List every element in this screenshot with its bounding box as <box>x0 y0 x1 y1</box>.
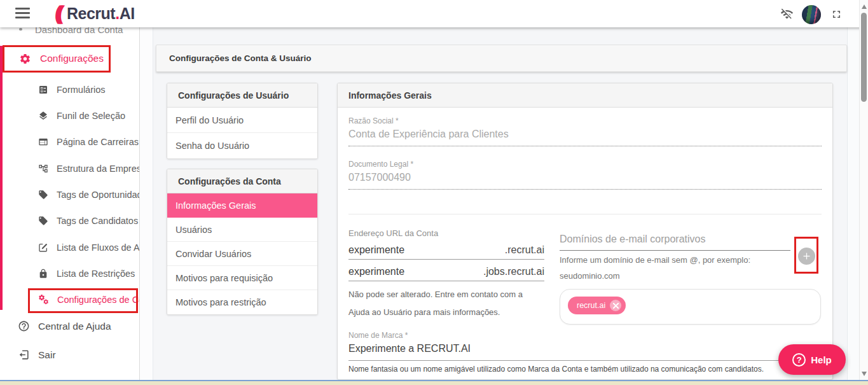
scroll-up-arrow-icon[interactable] <box>862 4 867 9</box>
top-app-bar: ((( Recrut.AI <box>0 0 868 27</box>
sitemap-icon <box>38 164 48 174</box>
sidebar-item-lista-de-fluxos[interactable]: Lista de Fluxos de Aprovaç <box>0 234 140 260</box>
sidebar-item-central-de-ajuda[interactable]: Central de Ajuda <box>0 313 140 339</box>
domain-chip: recrut.ai <box>568 297 626 314</box>
site-url-suffix: .recrut.ai <box>505 244 544 256</box>
gears-icon <box>38 294 49 305</box>
sidebar-item-estrutura-da-empresa[interactable]: Estrutura da Empresa <box>0 155 140 181</box>
user-settings-title: Configurações de Usuário <box>167 83 317 108</box>
logo-arcs-icon: ((( <box>53 3 60 24</box>
content-gutter-right <box>848 27 859 380</box>
lock-icon <box>38 269 48 279</box>
email-domain-helper: Informe um domínio de e-mail sem @, por … <box>560 252 769 284</box>
nav-item-informacoes-gerais[interactable]: Informações Gerais <box>167 193 317 218</box>
scroll-down-arrow-icon[interactable] <box>862 372 867 376</box>
account-url-section: Endereço URL da Conta experimente .recru… <box>348 226 544 325</box>
nav-item-senha-do-usuario[interactable]: Senha do Usuário <box>167 133 317 158</box>
question-mark-icon: ? <box>792 353 806 367</box>
fullscreen-icon[interactable] <box>830 8 843 23</box>
account-settings-card: Configurações da Conta Informações Gerai… <box>167 169 318 315</box>
layers-icon <box>38 111 48 121</box>
content-border-left <box>153 27 153 380</box>
razao-social-field: Razão Social * Conta de Experiência para… <box>348 116 822 146</box>
bottom-edge-strip <box>0 380 868 385</box>
url-readonly-note: Não pode ser alterado. Entre em contato … <box>348 286 543 321</box>
web-page-icon <box>38 137 48 147</box>
tag-icon <box>38 216 48 226</box>
help-button-label: Help <box>811 354 832 365</box>
documento-legal-field: Documento Legal * 07157000490 <box>348 160 822 190</box>
nav-item-motivos-para-requisicao[interactable]: Motivos para requisição <box>167 266 317 290</box>
site-url-subdomain: experimente <box>348 244 404 256</box>
sidebar-item-configuracoes[interactable]: Configurações <box>0 45 140 72</box>
nav-item-convidar-usuarios[interactable]: Convidar Usuários <box>167 242 317 266</box>
nav-item-usuarios[interactable]: Usuários <box>167 218 317 242</box>
sidebar-item-formularios[interactable]: Formulários <box>0 76 140 102</box>
jobs-url-subdomain: experimente <box>348 266 404 277</box>
sidebar-item-funil-de-selecao[interactable]: Funil de Seleção <box>0 102 140 129</box>
nav-item-perfil-do-usuario[interactable]: Perfil do Usuário <box>167 108 317 133</box>
logout-icon <box>18 349 30 361</box>
add-domain-button[interactable] <box>798 248 815 265</box>
section-divider <box>348 214 822 214</box>
scrollbar-thumb[interactable] <box>861 13 867 102</box>
sidebar: Dashboard da Conta Configurações Formulá… <box>0 0 140 380</box>
account-url-label: Endereço URL da Conta <box>348 228 544 238</box>
user-avatar[interactable] <box>802 5 821 24</box>
help-circle-icon <box>18 320 30 332</box>
content-gutter-left <box>141 27 153 380</box>
nome-de-marca-label: Nome de Marca * <box>348 331 822 340</box>
menu-icon[interactable] <box>15 8 30 18</box>
documento-legal-value: 07157000490 <box>348 169 822 190</box>
razao-social-label: Razão Social * <box>348 116 822 125</box>
remove-chip-icon[interactable] <box>610 300 621 311</box>
domain-chip-label: recrut.ai <box>577 301 605 310</box>
wifi-off-icon[interactable] <box>780 8 794 24</box>
nome-de-marca-value[interactable]: Experimente a RECRUT.AI <box>348 340 822 361</box>
sidebar-item-pagina-de-carreiras[interactable]: Página de Carreiras <box>0 129 140 155</box>
form-panel-title: Informações Gerais <box>338 83 832 108</box>
sidebar-item-configuracoes-de-conta[interactable]: Configurações de Conta <box>0 286 140 312</box>
account-settings-title: Configurações da Conta <box>167 169 317 193</box>
sidebar-item-lista-de-restricoes[interactable]: Lista de Restrições <box>0 260 140 286</box>
page-title: Configurações de Conta & Usuário <box>156 45 847 72</box>
jobs-url-field: experimente .jobs.recrut.ai <box>348 260 544 281</box>
user-settings-card: Configurações de Usuário Perfil do Usuár… <box>167 83 318 159</box>
gear-icon <box>19 53 31 65</box>
form-icon <box>38 85 48 95</box>
content-border-right <box>847 27 848 380</box>
vertical-scrollbar[interactable] <box>859 0 868 380</box>
recrut-ai-logo[interactable]: ((( Recrut.AI <box>55 3 135 24</box>
nav-item-motivos-para-restricao[interactable]: Motivos para restrição <box>167 290 317 314</box>
sidebar-item-sair[interactable]: Sair <box>0 342 140 368</box>
bullet-icon <box>19 28 22 31</box>
documento-legal-label: Documento Legal * <box>348 160 822 169</box>
sidebar-item-tags-de-oportunidades[interactable]: Tags de Oportunidades <box>0 181 140 207</box>
tag-icon <box>38 190 48 200</box>
jobs-url-suffix: .jobs.recrut.ai <box>483 266 544 277</box>
sidebar-item-tags-de-candidatos[interactable]: Tags de Candidatos <box>0 207 140 234</box>
help-button[interactable]: ? Help <box>778 344 846 375</box>
email-domain-chips-card: recrut.ai <box>560 289 821 325</box>
edit-square-icon <box>38 242 48 253</box>
razao-social-value: Conta de Experiência para Clientes <box>348 125 822 146</box>
logo-text: Recrut.AI <box>67 4 135 23</box>
site-url-field: experimente .recrut.ai <box>348 238 544 260</box>
email-domains-section: Informe um domínio de e-mail sem @, por … <box>560 226 822 325</box>
email-domain-input[interactable] <box>560 230 790 251</box>
nome-de-marca-helper: Nome fantasia ou um nome amigável utiliz… <box>348 365 822 374</box>
nome-de-marca-field: Nome de Marca * Experimente a RECRUT.AI … <box>348 331 822 374</box>
informacoes-gerais-panel: Informações Gerais Razão Social * Conta … <box>337 83 833 380</box>
